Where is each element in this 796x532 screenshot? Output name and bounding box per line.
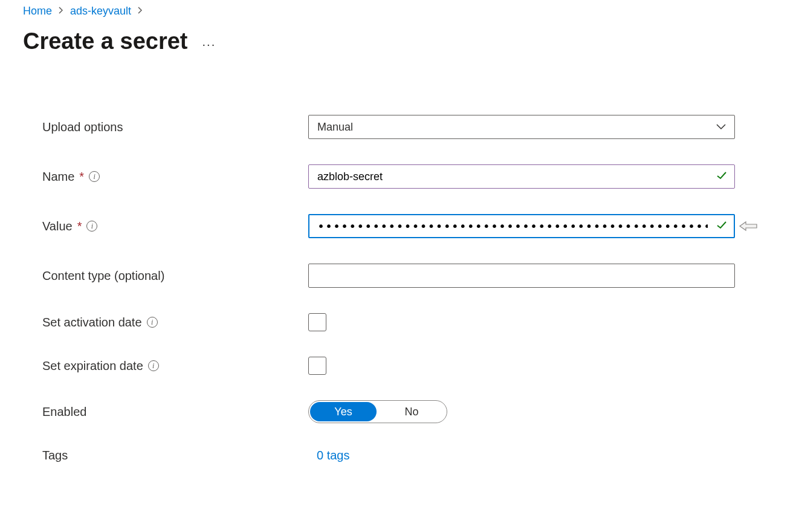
breadcrumb-home[interactable]: Home: [23, 5, 52, 18]
row-value: Value * i: [42, 214, 796, 238]
chevron-right-icon: [137, 6, 143, 16]
row-activation-date: Set activation date i: [42, 313, 796, 331]
info-icon[interactable]: i: [86, 221, 97, 232]
name-label: Name: [42, 170, 74, 184]
upload-options-value: Manual: [317, 121, 353, 134]
tags-label: Tags: [42, 449, 68, 462]
upload-options-label: Upload options: [42, 120, 123, 134]
name-input[interactable]: [308, 164, 735, 189]
value-input[interactable]: [308, 214, 735, 238]
info-icon[interactable]: i: [148, 360, 159, 371]
row-name: Name * i: [42, 164, 796, 189]
info-icon[interactable]: i: [147, 317, 158, 328]
activation-date-label: Set activation date: [42, 316, 142, 329]
row-expiration-date: Set expiration date i: [42, 357, 796, 375]
row-enabled: Enabled Yes No: [42, 400, 796, 423]
enabled-label: Enabled: [42, 405, 86, 419]
row-tags: Tags 0 tags: [42, 449, 796, 462]
info-icon[interactable]: i: [89, 171, 100, 182]
breadcrumb-keyvault[interactable]: ads-keyvault: [70, 5, 131, 18]
content-type-label: Content type (optional): [42, 269, 164, 283]
arrow-left-annotation-icon: [739, 220, 759, 232]
upload-options-select[interactable]: Manual: [308, 115, 735, 139]
create-secret-form: Upload options Manual Name * i: [23, 115, 796, 462]
row-content-type: Content type (optional): [42, 264, 796, 288]
expiration-date-checkbox[interactable]: [308, 357, 326, 375]
content-type-input[interactable]: [308, 264, 735, 288]
expiration-date-label: Set expiration date: [42, 359, 143, 373]
title-row: Create a secret ···: [23, 28, 796, 54]
row-upload-options: Upload options Manual: [42, 115, 796, 139]
value-label: Value: [42, 219, 73, 233]
enabled-yes-option[interactable]: Yes: [310, 402, 377, 421]
tags-link[interactable]: 0 tags: [308, 449, 349, 462]
chevron-right-icon: [58, 6, 64, 16]
activation-date-checkbox[interactable]: [308, 313, 326, 331]
breadcrumb: Home ads-keyvault: [23, 5, 796, 18]
more-actions-button[interactable]: ···: [202, 31, 216, 51]
page-title: Create a secret: [23, 28, 188, 54]
required-indicator: *: [79, 170, 84, 184]
enabled-no-option[interactable]: No: [377, 401, 447, 423]
required-indicator: *: [77, 219, 82, 233]
enabled-toggle: Yes No: [308, 400, 447, 423]
